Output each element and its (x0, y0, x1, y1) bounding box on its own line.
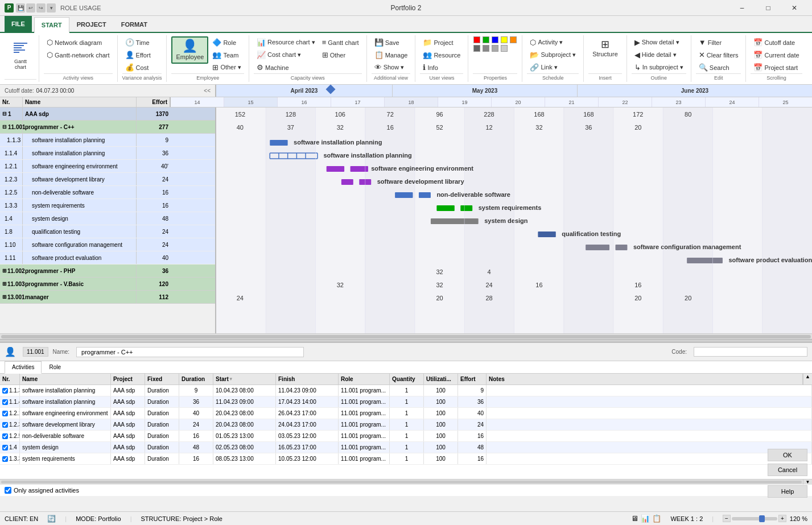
gantt-chart-button[interactable]: Ganttchart (5, 36, 36, 73)
row-checkbox[interactable] (2, 411, 8, 416)
structure-button[interactable]: ⊞ Structure (588, 36, 622, 60)
other-button[interactable]: ⊞ Other ▾ (209, 61, 244, 73)
table-row[interactable]: 1.2.5 non-deliverable software 16 (0, 186, 215, 199)
task-bar-14[interactable] (431, 218, 479, 224)
cost-button[interactable]: 💰 Cost (122, 61, 154, 73)
status-icon2[interactable]: 📊 (641, 514, 650, 523)
table-row[interactable]: ⊞11.002 programmer - PHP 36 (0, 264, 215, 278)
filter-button[interactable]: ▼ Filter (696, 36, 741, 48)
row-checkbox[interactable] (2, 433, 8, 439)
detail-scrollbar[interactable]: ▼ (0, 479, 812, 485)
minimize-button[interactable]: – (729, 0, 755, 16)
row-checkbox[interactable] (2, 399, 8, 405)
list-item[interactable]: 1.2.3 software development library AAA s… (0, 419, 812, 431)
task-bar-110b[interactable] (615, 245, 627, 250)
table-row[interactable]: ⊞11.003 programmer - V.Basic 120 (0, 278, 215, 291)
table-row[interactable]: 1.1.4 software installation planning 36 (0, 147, 215, 160)
table-row[interactable]: 1.1.3 software installation planning 9 (0, 134, 215, 147)
ok-button[interactable]: OK (768, 449, 807, 461)
current-date-button[interactable]: 📅 Current date (751, 49, 802, 61)
task-bar-133b[interactable] (460, 205, 472, 211)
redo-icon[interactable]: ↪ (36, 3, 46, 13)
show-button[interactable]: 👁 Show ▾ (372, 61, 411, 73)
network-diagram-button[interactable]: ⬡ Network diagram (44, 36, 113, 48)
detail-name-input[interactable] (76, 347, 304, 357)
list-item[interactable]: 1.1.4 software installation planning AAA… (0, 396, 812, 408)
task-bar-133a[interactable] (436, 205, 454, 211)
gantt-chart-small-button[interactable]: ≡ Gantt chart (319, 36, 362, 48)
row-checkbox[interactable] (2, 388, 8, 394)
expand-icon2[interactable]: ⊞ (2, 268, 7, 274)
table-row[interactable]: 1.11 software product evaluation 40 (0, 251, 215, 264)
task-bar-111[interactable] (687, 258, 723, 263)
col-effort[interactable]: Effort (458, 374, 487, 385)
effort-button[interactable]: 👤 Effort (122, 49, 154, 61)
detail-code-input[interactable] (694, 347, 807, 357)
more-icon[interactable]: ▾ (47, 3, 56, 13)
col-project[interactable]: Project (111, 374, 145, 385)
scroll-up[interactable]: ▲ (803, 374, 812, 385)
horizontal-scrollbar[interactable] (0, 333, 812, 339)
save-icon[interactable]: 💾 (16, 3, 25, 13)
project-start-button[interactable]: 📅 Project start (751, 61, 802, 73)
arrow-left[interactable]: << (204, 88, 211, 94)
team-button[interactable]: 👥 Team (209, 49, 244, 61)
role-button[interactable]: 🔷 Role (209, 36, 244, 48)
zoom-out-button[interactable]: − (723, 515, 731, 522)
tab-activities[interactable]: Activities (5, 361, 42, 374)
task-bar-18[interactable] (538, 232, 555, 237)
tab-project[interactable]: PROJECT (69, 16, 114, 32)
cancel-button[interactable]: Cancel (768, 464, 807, 476)
task-bar-123a[interactable] (341, 179, 353, 185)
task-bar-125b[interactable] (419, 192, 431, 198)
tab-format[interactable]: FORMAT (114, 16, 155, 32)
task-bar-110a[interactable] (586, 245, 609, 250)
table-row[interactable]: ⊟1 AAA sdp 1370 (0, 108, 215, 121)
maximize-button[interactable]: □ (755, 0, 781, 16)
in-subproject-button[interactable]: ↳ In subproject ▾ (632, 61, 686, 73)
task-bar-113[interactable] (270, 140, 287, 146)
table-row[interactable]: 1.10 software configuration management 2… (0, 238, 215, 251)
search-button[interactable]: 🔍 Search (696, 61, 741, 73)
project-button[interactable]: 📁 Project (420, 36, 463, 48)
time-button[interactable]: 🕐 Time (122, 36, 154, 48)
zoom-slider[interactable] (732, 517, 777, 520)
col-finish[interactable]: Finish (276, 374, 339, 385)
table-row[interactable]: 1.4 system design 48 (0, 212, 215, 225)
link-button[interactable]: 🔗 Link ▾ (527, 61, 579, 73)
list-item[interactable]: 1.2.5 non-deliverable software AAA sdp D… (0, 431, 812, 442)
clear-filters-button[interactable]: ✕ Clear filters (696, 49, 741, 61)
show-detail-button[interactable]: ▶ Show detail ▾ (632, 36, 686, 48)
col-duration[interactable]: Duration (179, 374, 213, 385)
expand-icon[interactable]: ⊟ (2, 124, 7, 130)
status-icon3[interactable]: 📋 (652, 514, 661, 523)
manage-button[interactable]: 📋 Manage (372, 49, 411, 61)
tab-role[interactable]: Role (42, 361, 68, 373)
expand-icon4[interactable]: ⊞ (2, 294, 7, 300)
zoom-in-button[interactable]: + (778, 515, 786, 522)
table-row[interactable]: ⊞13.001 manager 112 (0, 291, 215, 304)
resource-button[interactable]: 👥 Resource (420, 49, 463, 61)
col-notes[interactable]: Notes (487, 374, 803, 385)
other2-button[interactable]: ⊞ Other (319, 49, 362, 61)
col-fixed[interactable]: Fixed (145, 374, 179, 385)
detail-scroll-thumb[interactable] (1, 481, 802, 483)
table-row[interactable]: 1.3.3 system requirements 16 (0, 199, 215, 212)
only-assigned-checkbox[interactable] (5, 487, 11, 494)
refresh-icon[interactable]: 🔄 (47, 515, 56, 523)
col-quantity[interactable]: Quantity (390, 374, 424, 385)
info-button[interactable]: ℹ Info (420, 61, 463, 73)
row-checkbox[interactable] (2, 445, 8, 450)
cutoff-date-button[interactable]: 📅 Cutoff date (751, 36, 802, 48)
row-checkbox[interactable] (2, 422, 8, 428)
subproject-button[interactable]: 📂 Subproject ▾ (527, 49, 579, 61)
row-checkbox[interactable] (2, 456, 8, 462)
task-bar-121a[interactable] (327, 166, 344, 172)
table-row[interactable]: 1.2.1 software engineering environment 4… (0, 160, 215, 173)
machine-button[interactable]: ⚙ Machine (254, 61, 318, 73)
expand-icon[interactable]: ⊟ (2, 111, 7, 117)
task-bar-125a[interactable] (395, 192, 413, 198)
save-button[interactable]: 💾 Save (372, 36, 411, 48)
status-icon1[interactable]: 🖥 (631, 514, 638, 523)
close-button[interactable]: ✕ (781, 0, 807, 16)
